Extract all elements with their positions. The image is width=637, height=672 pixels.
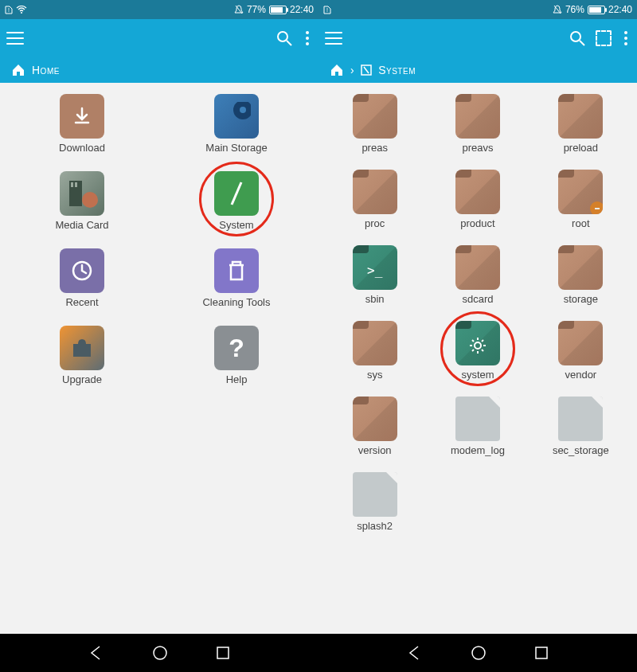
svg-rect-27 [217, 647, 229, 658]
grid-item-preavs[interactable]: preavs [434, 94, 522, 154]
grid-item-splash2[interactable]: splash2 [331, 472, 419, 532]
svg-line-3 [287, 41, 291, 45]
slash-icon [214, 171, 259, 216]
recents-icon[interactable] [534, 646, 549, 660]
sim-icon: ! [5, 5, 13, 14]
grid-item-upgrade[interactable]: Upgrade [38, 326, 126, 385]
grid-item-main-storage[interactable]: Main Storage [193, 94, 280, 154]
item-label: Upgrade [62, 373, 102, 385]
breadcrumb[interactable]: Home [0, 57, 318, 83]
breadcrumb[interactable]: › System [318, 57, 637, 83]
overflow-icon[interactable] [303, 28, 312, 49]
grid-item-preas[interactable]: preas [331, 94, 419, 154]
grid-item-cleaning-tools[interactable]: Cleaning Tools [193, 248, 280, 308]
file-icon [558, 397, 603, 441]
restricted-badge-icon [590, 201, 603, 214]
svg-line-9 [232, 182, 241, 205]
toolbar [318, 19, 637, 57]
folder-icon [455, 321, 500, 365]
grid-item-modem_log[interactable]: modem_log [434, 397, 522, 456]
grid-item-download[interactable]: Download [38, 94, 126, 154]
svg-line-24 [472, 350, 474, 351]
sim-icon: ! [323, 5, 331, 14]
breadcrumb-system: System [378, 64, 416, 76]
svg-rect-7 [75, 182, 77, 187]
svg-point-26 [154, 647, 166, 659]
breadcrumb-home: Home [32, 64, 60, 76]
clock-time: 22:40 [290, 4, 314, 15]
svg-point-1 [21, 12, 22, 14]
folder-icon [558, 94, 603, 139]
search-icon[interactable] [276, 29, 293, 47]
left-phone: ! 77% 22:40 [0, 0, 318, 634]
item-label: proc [365, 217, 385, 229]
item-label: preavs [462, 142, 493, 154]
folder-icon [558, 245, 603, 290]
grid-item-storage[interactable]: storage [537, 245, 624, 305]
grid-item-sec_storage[interactable]: sec_storage [537, 397, 624, 456]
status-bar: ! 77% 22:40 [0, 0, 318, 19]
file-icon [353, 472, 397, 517]
select-icon[interactable] [596, 30, 612, 46]
item-label: System [219, 219, 253, 231]
grid-item-system[interactable]: System [193, 171, 280, 231]
folder-icon [353, 321, 397, 365]
battery-pct: 77% [247, 4, 266, 15]
grid-item-recent[interactable]: Recent [38, 248, 126, 308]
grid-item-product[interactable]: product [434, 170, 522, 229]
recents-icon[interactable] [216, 646, 230, 660]
svg-point-2 [278, 32, 287, 41]
toolbar [0, 19, 318, 57]
folder-icon [558, 170, 603, 214]
item-label: sdcard [462, 293, 493, 305]
menu-icon[interactable] [6, 32, 24, 45]
trash-icon [214, 248, 259, 293]
overflow-icon[interactable] [621, 28, 631, 49]
folder-icon [455, 170, 500, 214]
grid-item-vendor[interactable]: vendor [537, 321, 624, 381]
back-icon[interactable] [88, 645, 104, 661]
home-icon [11, 64, 25, 76]
file-icon [455, 397, 500, 441]
right-phone: ! 76% 22:40 [318, 0, 637, 634]
android-navbar [0, 634, 637, 672]
item-label: preas [361, 142, 388, 154]
svg-point-5 [240, 107, 246, 113]
item-label: sys [367, 369, 383, 381]
download-icon [60, 94, 104, 139]
svg-point-17 [475, 342, 481, 349]
item-label: preload [564, 142, 598, 154]
grid-item-sdcard[interactable]: sdcard [434, 245, 522, 305]
search-icon[interactable] [569, 29, 586, 47]
svg-rect-6 [71, 182, 73, 187]
svg-text:!: ! [326, 7, 328, 13]
grid-item-help[interactable]: ?Help [193, 326, 280, 385]
item-label: storage [564, 293, 598, 305]
svg-text:!: ! [8, 7, 10, 13]
grid-item-sbin[interactable]: >_sbin [331, 245, 419, 305]
home-nav-icon[interactable] [152, 645, 168, 661]
puzzle-icon [60, 326, 104, 370]
item-label: system [461, 369, 494, 381]
grid-item-sys[interactable]: sys [331, 321, 419, 381]
back-icon[interactable] [407, 645, 423, 661]
grid-item-proc[interactable]: proc [331, 170, 419, 229]
svg-line-25 [482, 340, 483, 342]
folder-icon [353, 170, 397, 214]
grid-item-media-card[interactable]: Media Card [38, 171, 126, 231]
grid-item-preload[interactable]: preload [537, 94, 624, 154]
status-bar: ! 76% 22:40 [318, 0, 637, 19]
grid-item-root[interactable]: root [537, 170, 624, 229]
folder-icon [455, 94, 500, 139]
home-nav-icon[interactable] [471, 645, 487, 661]
item-label: Media Card [55, 219, 108, 231]
home-icon[interactable] [330, 64, 344, 76]
grid-item-system[interactable]: system [434, 321, 522, 381]
chevron-right-icon: › [350, 64, 354, 76]
svg-line-13 [580, 41, 584, 45]
svg-line-15 [364, 67, 369, 73]
svg-point-28 [472, 647, 485, 659]
menu-icon[interactable] [325, 32, 342, 45]
mediacard-icon [60, 171, 104, 216]
grid-item-version[interactable]: version [331, 397, 419, 456]
